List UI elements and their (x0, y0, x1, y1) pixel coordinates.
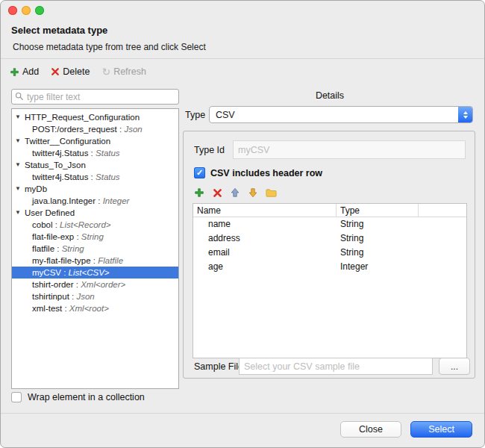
toolbar: Add Delete ↻ Refresh (10, 66, 146, 77)
page-subtitle: Choose metadata type from tree and click… (13, 42, 206, 52)
column-header-name[interactable]: Name (193, 204, 337, 217)
disclosure-triangle-icon[interactable]: ▼ (15, 159, 21, 171)
tree-item-label: twitter4j.Status (32, 172, 88, 181)
disclosure-triangle-icon[interactable]: ▼ (15, 135, 21, 147)
tree-item-colon: : (53, 220, 60, 229)
column-header-empty (419, 204, 466, 217)
move-down-button[interactable] (246, 186, 260, 199)
add-field-button[interactable] (193, 186, 206, 199)
tree-item[interactable]: java.lang.Integer : Integer (12, 195, 178, 207)
tree-item[interactable]: my-flat-file-type : Flatfile (12, 255, 178, 267)
tree-item[interactable]: flatfile : String (12, 243, 178, 255)
tree-item[interactable]: twitter4j.Status : Status (12, 171, 178, 183)
tree-item-label: POST:/orders_request (32, 125, 117, 134)
delete-label: Delete (63, 66, 90, 77)
separator (1, 58, 484, 59)
tree-item-colon: : (96, 196, 103, 205)
browse-button[interactable]: ... (439, 358, 470, 375)
tree-item-colon: : (88, 172, 96, 181)
refresh-icon: ↻ (101, 67, 110, 77)
add-button[interactable]: Add (10, 66, 39, 77)
tree-item-colon: : (54, 244, 62, 253)
tree-item-label: my-flat-file-type (32, 256, 91, 265)
tree-item[interactable]: tshirtinput : Json (12, 290, 178, 302)
tree-item[interactable]: ▼HTTP_Request_Configuration (12, 111, 178, 123)
tree-item-type: Xml<root> (69, 304, 109, 313)
x-icon (213, 188, 222, 198)
table-row[interactable]: ageInteger (193, 260, 466, 274)
zoom-window-button[interactable] (35, 6, 44, 15)
tree-item-label: User Defined (25, 208, 75, 217)
disclosure-triangle-icon[interactable]: ▼ (15, 207, 21, 219)
arrow-up-icon (230, 187, 240, 198)
tree-item-type: List<Record> (60, 220, 110, 229)
select-metadata-dialog: Select metadata type Choose metadata typ… (0, 0, 485, 448)
field-type-cell: Integer (337, 260, 419, 274)
wrap-collection-label: Wrap element in a collection (28, 392, 145, 402)
tree-item[interactable]: ▼Status_To_Json (12, 159, 178, 171)
tree-item-type: Status (96, 149, 120, 158)
dropdown-arrows-icon (458, 107, 472, 122)
metadata-tree[interactable]: ▼HTTP_Request_ConfigurationPOST:/orders_… (11, 108, 179, 389)
tree-item-label: tshirtinput (32, 292, 69, 301)
fields-table-body: nameStringaddressStringemailStringageInt… (193, 217, 466, 274)
delete-button[interactable]: Delete (51, 66, 90, 77)
tree-item[interactable]: cobol : List<Record> (12, 219, 178, 231)
refresh-label: Refresh (113, 66, 146, 77)
type-label: Type (185, 110, 205, 120)
tree-item-colon: : (62, 304, 69, 313)
tree-item-label: twitter4j.Status (32, 149, 88, 158)
move-up-button[interactable] (228, 186, 242, 199)
tree-item[interactable]: twitter4j.Status : Status (12, 147, 178, 159)
arrow-down-icon (248, 187, 258, 198)
close-window-button[interactable] (8, 6, 17, 15)
delete-field-button[interactable] (210, 186, 224, 199)
tree-item[interactable]: xml-test : Xml<root> (12, 302, 178, 314)
select-button[interactable]: Select (410, 421, 472, 438)
filter-input[interactable] (27, 92, 175, 102)
header-row-checkbox-row: ✓ CSV includes header row (194, 167, 322, 178)
sample-file-input[interactable] (239, 358, 433, 375)
sample-file-label: Sample File (194, 361, 243, 372)
tree-item-type: String (62, 244, 84, 253)
tree-item-type: String (81, 232, 104, 241)
tree-item-type: Integer (103, 196, 130, 205)
fields-table-header: Name Type (193, 204, 466, 217)
table-row[interactable]: nameString (193, 217, 466, 231)
tree-item-colon: : (88, 149, 96, 158)
disclosure-triangle-icon[interactable]: ▼ (15, 183, 21, 195)
header-row-checkbox[interactable]: ✓ (194, 167, 205, 178)
tree-item-label: xml-test (32, 304, 62, 313)
field-type-cell: String (337, 231, 419, 246)
tree-item-label: myDb (25, 184, 47, 193)
tree-item[interactable]: ▼User Defined (12, 207, 178, 219)
tree-item[interactable]: ▼myDb (12, 183, 178, 195)
tree-item-colon: : (117, 125, 125, 134)
table-row[interactable]: emailString (193, 246, 466, 260)
type-id-input[interactable] (233, 140, 466, 159)
header-row-checkbox-label: CSV includes header row (210, 168, 322, 178)
table-row[interactable]: addressString (193, 231, 466, 246)
tree-item-type: Json (76, 292, 94, 301)
disclosure-triangle-icon[interactable]: ▼ (15, 111, 21, 123)
field-name-cell: name (193, 217, 337, 231)
tree-item[interactable]: tshirt-order : Xml<order> (12, 279, 178, 290)
tree-item-label: Twitter__Configuration (25, 137, 110, 146)
tree-item-label: HTTP_Request_Configuration (25, 113, 140, 122)
column-header-type[interactable]: Type (337, 204, 419, 217)
tree-item-colon: : (74, 280, 81, 289)
tree-item[interactable]: myCSV : List<CSV> (12, 267, 178, 279)
add-icon (10, 67, 19, 77)
refresh-button[interactable]: ↻ Refresh (101, 66, 146, 77)
close-button[interactable]: Close (340, 421, 401, 438)
type-dropdown[interactable]: CSV (209, 106, 473, 123)
tree-item[interactable]: flat-file-exp : String (12, 231, 178, 243)
tree-item-colon: : (61, 268, 69, 277)
open-folder-button[interactable] (264, 186, 278, 199)
plus-icon (194, 187, 204, 198)
minimize-window-button[interactable] (22, 6, 31, 15)
fields-table: Name Type nameStringaddressStringemailSt… (193, 203, 467, 358)
tree-item[interactable]: ▼Twitter__Configuration (12, 135, 178, 147)
wrap-collection-checkbox[interactable] (11, 392, 22, 402)
tree-item[interactable]: POST:/orders_request : Json (12, 123, 178, 135)
